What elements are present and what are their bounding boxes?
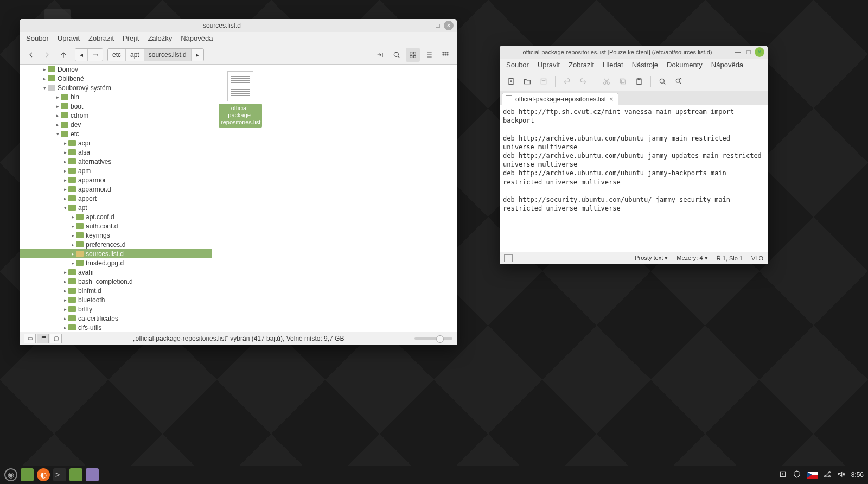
- expand-arrow[interactable]: ▸: [54, 104, 61, 109]
- list-view-button[interactable]: [422, 48, 436, 62]
- expand-arrow[interactable]: ▸: [69, 224, 76, 229]
- syntax-selector[interactable]: Prostý text ▾: [635, 254, 668, 262]
- minimize-button[interactable]: —: [733, 47, 743, 57]
- back-button[interactable]: [24, 48, 38, 62]
- file-item[interactable]: official-package-repositories.list: [219, 71, 262, 128]
- tree-item-sources-list-d[interactable]: ▸sources.list.d: [20, 249, 212, 258]
- redo-button[interactable]: [576, 74, 590, 88]
- undo-button[interactable]: [560, 74, 574, 88]
- fm-titlebar[interactable]: sources.list.d — □ ×: [20, 19, 457, 32]
- maximize-button[interactable]: □: [433, 21, 443, 30]
- close-button[interactable]: ×: [755, 47, 764, 57]
- expand-arrow[interactable]: ▸: [69, 233, 76, 238]
- breadcrumb-etc[interactable]: etc: [108, 49, 126, 61]
- expand-arrow[interactable]: ▸: [41, 67, 48, 72]
- tree-item-acpi[interactable]: ▸acpi: [20, 138, 212, 148]
- menu-nápověda[interactable]: Nápověda: [711, 61, 743, 69]
- tree-item-avahi[interactable]: ▸avahi: [20, 268, 212, 277]
- expand-arrow[interactable]: ▸: [69, 242, 76, 247]
- expand-arrow[interactable]: ▾: [62, 205, 68, 211]
- icon-view-button[interactable]: [406, 48, 420, 62]
- toggle-pathbar[interactable]: ▭: [88, 49, 103, 61]
- expand-arrow[interactable]: ▸: [62, 159, 68, 164]
- minimize-button[interactable]: —: [422, 21, 432, 30]
- new-file-button[interactable]: [504, 74, 518, 88]
- expand-arrow[interactable]: ▸: [54, 122, 61, 128]
- tree-item-brltty[interactable]: ▸brltty: [20, 304, 212, 314]
- expand-arrow[interactable]: ▸: [62, 177, 68, 183]
- menu-soubor[interactable]: Soubor: [26, 34, 49, 42]
- close-button[interactable]: ×: [444, 21, 454, 30]
- menu-nástroje[interactable]: Nástroje: [632, 61, 658, 69]
- expand-arrow[interactable]: ▸: [54, 94, 61, 100]
- menu-hledat[interactable]: Hledat: [603, 61, 623, 69]
- tree-toggle[interactable]: ⁞≣: [37, 334, 49, 343]
- tree-item-bash_completion-d[interactable]: ▸bash_completion.d: [20, 277, 212, 286]
- breadcrumb-prev[interactable]: ◂: [75, 49, 88, 61]
- up-button[interactable]: [56, 48, 71, 62]
- tree-item-boot[interactable]: ▸boot: [20, 101, 212, 111]
- clock[interactable]: 8:56: [851, 471, 864, 479]
- side-panel-toggle[interactable]: [504, 254, 513, 262]
- tree-item-trusted-gpg-d[interactable]: ▸trusted.gpg.d: [20, 258, 212, 268]
- network-icon[interactable]: [823, 470, 832, 480]
- expand-arrow[interactable]: ▸: [69, 251, 76, 257]
- expand-arrow[interactable]: ▸: [62, 297, 68, 303]
- menu-dokumenty[interactable]: Dokumenty: [667, 61, 703, 69]
- editor-textarea[interactable]: deb http://ftp.sh.cvut.cz/mint vanessa m…: [500, 105, 768, 252]
- tree-item-cifs-utils[interactable]: ▸cifs-utils: [20, 323, 212, 332]
- expand-arrow[interactable]: ▸: [41, 76, 48, 81]
- expand-arrow[interactable]: ▸: [62, 141, 68, 146]
- expand-arrow[interactable]: ▸: [62, 196, 68, 201]
- menu-soubor[interactable]: Soubor: [506, 61, 529, 69]
- zoom-slider[interactable]: [414, 337, 452, 340]
- volume-icon[interactable]: [837, 470, 846, 480]
- expand-arrow[interactable]: ▸: [62, 307, 68, 312]
- tab-close-icon[interactable]: ×: [609, 95, 614, 103]
- menu-zobrazit[interactable]: Zobrazit: [88, 34, 114, 42]
- files-launcher[interactable]: [69, 468, 82, 481]
- open-file-button[interactable]: [520, 74, 534, 88]
- tree-item-bin[interactable]: ▸bin: [20, 92, 212, 101]
- tree-item-binfmt-d[interactable]: ▸binfmt.d: [20, 286, 212, 295]
- compact-view-button[interactable]: [438, 48, 452, 62]
- expand-arrow[interactable]: ▸: [62, 288, 68, 294]
- file-content-panel[interactable]: official-package-repositories.list: [212, 65, 457, 332]
- replace-button[interactable]: [672, 74, 686, 88]
- menu-přejít[interactable]: Přejít: [123, 34, 139, 42]
- tree-item-auth-conf-d[interactable]: ▸auth.conf.d: [20, 221, 212, 231]
- paste-button[interactable]: [632, 74, 646, 88]
- breadcrumb-apt[interactable]: apt: [126, 49, 144, 61]
- expand-arrow[interactable]: ▸: [54, 113, 61, 118]
- find-button[interactable]: [655, 74, 669, 88]
- keyboard-layout-flag[interactable]: [807, 472, 818, 479]
- menu-upravit[interactable]: Upravit: [538, 61, 560, 69]
- expand-arrow[interactable]: ▸: [62, 325, 68, 330]
- updates-icon[interactable]: [778, 470, 787, 480]
- tree-item-Souborov-syst-m[interactable]: ▾Souborový systém: [20, 83, 212, 92]
- terminal-launcher[interactable]: >_: [53, 468, 66, 481]
- expand-arrow[interactable]: ▸: [62, 168, 68, 174]
- menu-záložky[interactable]: Záložky: [148, 34, 172, 42]
- menu-upravit[interactable]: Upravit: [58, 34, 80, 42]
- tree-item-apport[interactable]: ▸apport: [20, 194, 212, 203]
- expand-arrow[interactable]: ▸: [62, 279, 68, 284]
- tabwidth-selector[interactable]: Mezery: 4 ▾: [676, 254, 707, 262]
- cut-button[interactable]: [599, 74, 614, 88]
- tree-item-alsa[interactable]: ▸alsa: [20, 148, 212, 157]
- breadcrumb-sources.list.d[interactable]: sources.list.d: [144, 49, 192, 61]
- expand-arrow[interactable]: ▾: [54, 131, 61, 137]
- expand-arrow[interactable]: ▸: [62, 187, 68, 192]
- tree-item-apparmor[interactable]: ▸apparmor: [20, 175, 212, 184]
- forward-button[interactable]: [40, 48, 54, 62]
- show-desktop[interactable]: [21, 468, 34, 481]
- tree-item-cdrom[interactable]: ▸cdrom: [20, 111, 212, 120]
- expand-arrow[interactable]: ▸: [62, 270, 68, 275]
- tree-item-Obl-ben-[interactable]: ▸Oblíbené: [20, 74, 212, 83]
- tree-item-Domov[interactable]: ▸Domov: [20, 65, 212, 74]
- tree-panel[interactable]: ▸Domov▸Oblíbené▾Souborový systém▸bin▸boo…: [20, 65, 212, 332]
- tree-item-apt-conf-d[interactable]: ▸apt.conf.d: [20, 212, 212, 221]
- tree-item-alternatives[interactable]: ▸alternatives: [20, 157, 212, 166]
- tree-item-dev[interactable]: ▸dev: [20, 120, 212, 129]
- save-button[interactable]: [537, 74, 551, 88]
